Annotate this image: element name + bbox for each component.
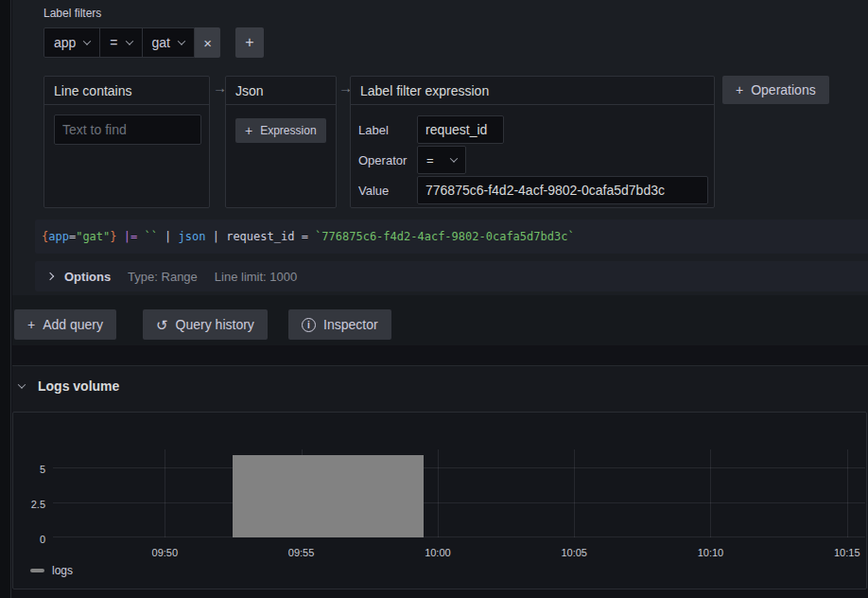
value-field-input[interactable] bbox=[417, 176, 708, 204]
query-token: } bbox=[110, 230, 116, 243]
add-query-button[interactable]: + Add query bbox=[14, 309, 116, 340]
pane-divider bbox=[0, 0, 11, 598]
gridline-horizontal bbox=[53, 467, 865, 468]
x-tick-label: 09:55 bbox=[288, 547, 315, 558]
label-value-select[interactable]: gat bbox=[142, 27, 195, 58]
add-query-label: Add query bbox=[43, 317, 103, 332]
query-token: app bbox=[48, 230, 69, 243]
gridline-vertical bbox=[165, 449, 165, 537]
operation-label-filter-expression: Label filter expression Label Operator =… bbox=[350, 76, 715, 208]
y-tick-label: 2.5 bbox=[31, 499, 45, 510]
query-history-label: Query history bbox=[176, 317, 254, 332]
query-token: `` bbox=[144, 230, 157, 243]
inspector-button[interactable]: i Inspector bbox=[288, 309, 391, 340]
add-label-filter-button[interactable]: + bbox=[235, 27, 264, 58]
query-history-button[interactable]: ↺ Query history bbox=[143, 309, 268, 340]
x-tick-label: 10:15 bbox=[834, 547, 860, 558]
label-filters-title: Label filters bbox=[43, 7, 101, 20]
label-value-value: gat bbox=[152, 35, 170, 50]
operation-header[interactable]: Label filter expression bbox=[351, 77, 714, 105]
remove-label-filter-button[interactable]: × bbox=[195, 27, 220, 58]
operation-title: Label filter expression bbox=[360, 83, 489, 98]
operator-field-label: Operator bbox=[358, 153, 417, 167]
legend-series-label[interactable]: logs bbox=[52, 564, 73, 577]
plus-icon: + bbox=[245, 34, 253, 51]
label-operator-select[interactable]: = bbox=[99, 27, 142, 58]
operator-field-select[interactable]: = bbox=[417, 146, 466, 174]
chart-plot-area bbox=[53, 449, 865, 537]
line-contains-input[interactable] bbox=[54, 114, 201, 145]
query-token: | bbox=[205, 230, 226, 243]
value-field-label: Value bbox=[358, 184, 417, 198]
chevron-down-icon bbox=[125, 37, 132, 44]
add-operations-button[interactable]: + Operations bbox=[722, 76, 829, 104]
query-preview: {app="gat"} |= `` | json | request_id = … bbox=[35, 220, 868, 254]
query-preview-text: {app="gat"} |= `` | json | request_id = … bbox=[42, 230, 575, 243]
logs-volume-section: Logs volume 02.55 09:5009:5510:0010:0510… bbox=[12, 365, 868, 589]
label-field-input[interactable] bbox=[417, 115, 504, 144]
query-token: json bbox=[179, 230, 206, 243]
operator-field-row: Operator = bbox=[358, 146, 466, 174]
operation-header[interactable]: Line contains bbox=[44, 77, 209, 105]
value-field-row: Value bbox=[358, 176, 708, 204]
toolbar-strip bbox=[12, 295, 868, 345]
options-title: Options bbox=[64, 270, 111, 284]
options-type: Type: Range bbox=[128, 270, 198, 284]
gridline-vertical bbox=[574, 449, 575, 537]
operation-title: Json bbox=[235, 83, 264, 98]
gridline-vertical bbox=[438, 449, 439, 537]
logs-volume-title: Logs volume bbox=[38, 378, 119, 394]
chevron-down-icon bbox=[450, 154, 458, 162]
logs-volume-bar bbox=[233, 455, 424, 537]
chart-y-axis: 02.55 bbox=[13, 449, 45, 539]
operator-field-value: = bbox=[426, 153, 434, 167]
query-editor-card: Label filters app = gat × + Line contain… bbox=[12, 0, 868, 345]
gridline-vertical bbox=[710, 449, 711, 537]
chart-x-axis: 09:5009:5510:0010:0510:1010:15 bbox=[53, 547, 865, 562]
logs-volume-chart: 02.55 09:5009:5510:0010:0510:1010:15 log… bbox=[12, 412, 867, 589]
y-tick-label: 5 bbox=[40, 464, 45, 475]
query-options-row[interactable]: Options Type: Range Line limit: 1000 bbox=[35, 261, 868, 291]
plus-icon: + bbox=[245, 123, 252, 138]
label-filters-row: app = gat × + bbox=[43, 27, 264, 58]
chevron-right-icon bbox=[46, 273, 54, 280]
chart-legend: logs bbox=[30, 564, 73, 577]
chevron-down-icon bbox=[178, 37, 185, 44]
query-token: | bbox=[158, 230, 179, 243]
x-tick-label: 10:05 bbox=[561, 547, 587, 558]
add-expression-button[interactable]: + Expression bbox=[235, 118, 326, 143]
label-name-select[interactable]: app bbox=[43, 27, 100, 58]
x-tick-label: 10:00 bbox=[425, 547, 451, 558]
query-token bbox=[117, 230, 124, 243]
query-token: request_id = bbox=[226, 230, 315, 243]
label-field-row: Label bbox=[358, 115, 504, 144]
x-tick-label: 10:10 bbox=[698, 547, 724, 558]
operations-label: Operations bbox=[751, 82, 815, 97]
query-token: "gat" bbox=[76, 230, 110, 243]
label-name-value: app bbox=[54, 35, 76, 50]
operation-title: Line contains bbox=[54, 83, 132, 98]
inspector-label: Inspector bbox=[323, 317, 378, 332]
operation-line-contains: Line contains bbox=[43, 76, 210, 208]
options-line-limit: Line limit: 1000 bbox=[215, 270, 297, 284]
query-token: |= bbox=[124, 230, 137, 243]
add-expression-label: Expression bbox=[260, 124, 316, 137]
gridline-horizontal bbox=[53, 536, 865, 537]
gridline-horizontal bbox=[53, 502, 865, 503]
query-token: `776875c6-f4d2-4acf-9802-0cafa5d7bd3c` bbox=[315, 230, 575, 243]
gridline-vertical bbox=[847, 449, 848, 537]
info-icon: i bbox=[302, 318, 316, 332]
x-tick-label: 09:50 bbox=[152, 547, 179, 558]
y-tick-label: 0 bbox=[40, 534, 45, 545]
logs-volume-header[interactable]: Logs volume bbox=[19, 378, 119, 394]
plus-icon: + bbox=[736, 82, 743, 97]
close-icon: × bbox=[203, 35, 212, 51]
chevron-down-icon bbox=[83, 37, 91, 44]
history-icon: ↺ bbox=[156, 318, 168, 332]
operation-json: Json + Expression bbox=[225, 76, 337, 208]
label-operator-value: = bbox=[110, 35, 117, 50]
label-field-label: Label bbox=[358, 123, 417, 137]
legend-swatch bbox=[30, 569, 44, 572]
operation-header[interactable]: Json bbox=[226, 77, 336, 105]
plus-icon: + bbox=[27, 317, 35, 332]
